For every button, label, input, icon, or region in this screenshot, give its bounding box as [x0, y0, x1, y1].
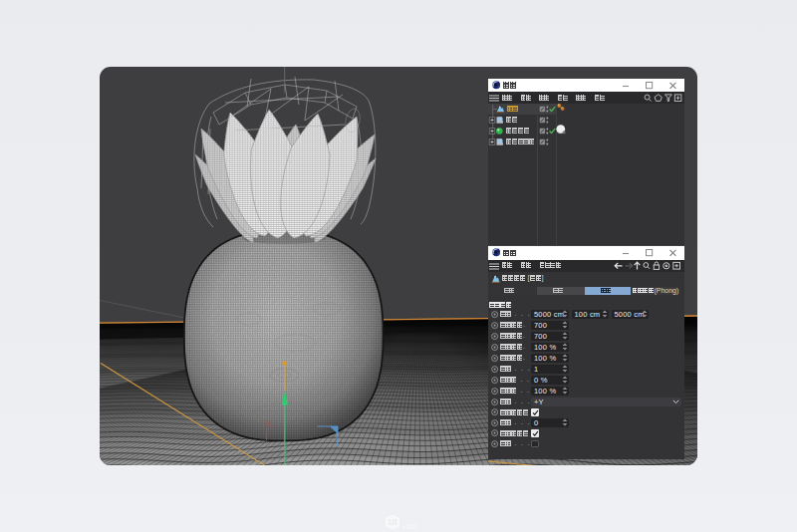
svg-text:cn: cn — [406, 520, 417, 531]
svg-text:UI: UI — [389, 517, 398, 527]
